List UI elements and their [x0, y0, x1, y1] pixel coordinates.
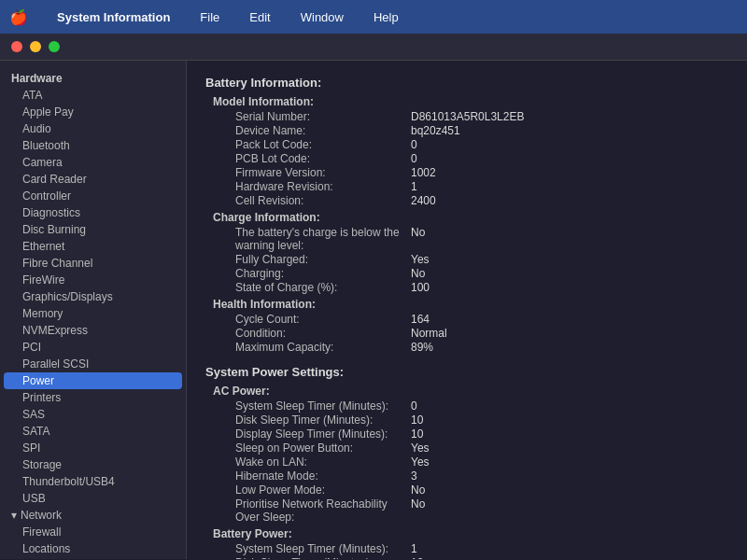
sidebar-item-ethernet[interactable]: Ethernet	[0, 238, 186, 255]
content-area: Battery Information: Model Information: …	[187, 61, 747, 559]
menubar: 🍎 System Information File Edit Window He…	[0, 0, 747, 34]
hibernate-mode-label: Hibernate Mode:	[205, 469, 411, 483]
wake-on-lan-row: Wake on LAN: Yes	[205, 455, 728, 469]
minimize-button[interactable]	[30, 41, 41, 52]
sidebar-item-disc-burning[interactable]: Disc Burning	[0, 221, 186, 238]
menubar-app-name[interactable]: System Information	[51, 8, 176, 26]
low-power-mode-label: Low Power Mode:	[205, 483, 411, 497]
cycle-count-value: 164	[411, 313, 430, 326]
display-sleep-value: 10	[411, 427, 423, 441]
battery-info-title: Battery Information:	[205, 76, 728, 90]
menubar-file[interactable]: File	[194, 8, 225, 26]
fully-charged-label: Fully Charged:	[205, 253, 411, 266]
window-chrome	[0, 34, 747, 61]
sidebar-item-storage[interactable]: Storage	[0, 456, 186, 473]
sleep-power-button-label: Sleep on Power Button:	[205, 441, 411, 455]
model-info-title: Model Information:	[205, 95, 728, 108]
sidebar-item-firewire[interactable]: FireWire	[0, 272, 186, 288]
system-sleep-row: System Sleep Timer (Minutes): 0	[205, 399, 728, 413]
sidebar-item-spi[interactable]: SPI	[0, 440, 186, 456]
sidebar-item-apple-pay[interactable]: Apple Pay	[0, 104, 186, 120]
hardware-revision-row: Hardware Revision: 1	[205, 180, 728, 193]
charging-label: Charging:	[205, 267, 411, 280]
sidebar-item-audio[interactable]: Audio	[0, 120, 186, 137]
display-sleep-label: Display Sleep Timer (Minutes):	[205, 427, 411, 441]
sidebar-item-fibre-channel[interactable]: Fibre Channel	[0, 255, 186, 272]
sidebar-item-nvmexpress[interactable]: NVMExpress	[0, 322, 186, 339]
menubar-window[interactable]: Window	[295, 8, 349, 26]
serial-number-row: Serial Number: D861013A5R0L3L2EB	[205, 110, 728, 123]
sidebar-item-camera[interactable]: Camera	[0, 154, 186, 171]
sidebar-item-usb[interactable]: USB	[0, 490, 186, 507]
wake-on-lan-value: Yes	[411, 455, 430, 469]
sidebar: Hardware ATA Apple Pay Audio Bluetooth C…	[0, 61, 187, 559]
disk-sleep-value: 10	[411, 413, 423, 427]
display-sleep-row: Display Sleep Timer (Minutes): 10	[205, 427, 728, 441]
sidebar-item-volumes[interactable]: Volumes	[0, 557, 186, 559]
sidebar-item-parallel-scsi[interactable]: Parallel SCSI	[0, 356, 186, 372]
sidebar-item-pci[interactable]: PCI	[0, 339, 186, 356]
sidebar-item-controller[interactable]: Controller	[0, 188, 186, 204]
sidebar-item-thunderbolt[interactable]: Thunderbolt/USB4	[0, 473, 186, 490]
firmware-version-row: Firmware Version: 1002	[205, 166, 728, 179]
low-power-mode-row: Low Power Mode: No	[205, 483, 728, 497]
low-power-mode-value: No	[411, 483, 425, 497]
menubar-help[interactable]: Help	[368, 8, 404, 26]
sleep-power-button-value: Yes	[411, 441, 430, 455]
serial-number-label: Serial Number:	[205, 110, 411, 123]
prioritise-network-value: No	[411, 497, 425, 524]
maximize-button[interactable]	[49, 41, 60, 52]
apple-menu-icon[interactable]: 🍎	[9, 8, 28, 26]
power-settings-title: System Power Settings:	[205, 365, 728, 379]
cycle-count-row: Cycle Count: 164	[205, 313, 728, 326]
sidebar-item-sas[interactable]: SAS	[0, 406, 186, 423]
sidebar-item-bluetooth[interactable]: Bluetooth	[0, 137, 186, 154]
sidebar-item-memory[interactable]: Memory	[0, 305, 186, 322]
system-sleep-label: System Sleep Timer (Minutes):	[205, 399, 411, 413]
network-section-label: Network	[21, 509, 62, 522]
charge-warning-row: The battery's charge is below the warnin…	[205, 226, 728, 252]
battery-system-sleep-label: System Sleep Timer (Minutes):	[205, 542, 411, 555]
battery-disk-sleep-value: 10	[411, 556, 423, 559]
cell-revision-value: 2400	[411, 194, 436, 207]
sleep-power-button-row: Sleep on Power Button: Yes	[205, 441, 728, 455]
battery-disk-sleep-label: Disk Sleep Timer (Minutes):	[205, 556, 411, 559]
battery-system-sleep-value: 1	[411, 542, 417, 555]
network-section-toggle[interactable]: ▾ Network	[0, 507, 186, 524]
sidebar-item-graphics-displays[interactable]: Graphics/Displays	[0, 288, 186, 305]
sidebar-item-power[interactable]: Power	[4, 372, 182, 389]
sidebar-item-printers[interactable]: Printers	[0, 389, 186, 406]
hardware-revision-value: 1	[411, 180, 417, 193]
sidebar-item-ata[interactable]: ATA	[0, 87, 186, 104]
pcb-lot-code-value: 0	[411, 152, 417, 165]
sidebar-item-card-reader[interactable]: Card Reader	[0, 171, 186, 188]
state-of-charge-value: 100	[411, 281, 430, 294]
serial-number-value: D861013A5R0L3L2EB	[411, 110, 524, 123]
sidebar-item-diagnostics[interactable]: Diagnostics	[0, 204, 186, 221]
pack-lot-code-value: 0	[411, 138, 417, 151]
fully-charged-row: Fully Charged: Yes	[205, 253, 728, 266]
sidebar-item-sata[interactable]: SATA	[0, 423, 186, 440]
close-button[interactable]	[11, 41, 22, 52]
charge-warning-value: No	[411, 226, 425, 252]
max-capacity-label: Maximum Capacity:	[205, 341, 411, 354]
health-info-title: Health Information:	[205, 298, 728, 311]
hibernate-mode-value: 3	[411, 469, 417, 483]
firmware-version-label: Firmware Version:	[205, 166, 411, 179]
sidebar-item-firewall[interactable]: Firewall	[0, 524, 186, 540]
firmware-version-value: 1002	[411, 166, 436, 179]
pcb-lot-code-label: PCB Lot Code:	[205, 152, 411, 165]
sidebar-item-locations[interactable]: Locations	[0, 540, 186, 557]
menubar-edit[interactable]: Edit	[244, 8, 275, 26]
fully-charged-value: Yes	[411, 253, 430, 266]
max-capacity-row: Maximum Capacity: 89%	[205, 341, 728, 354]
device-name-label: Device Name:	[205, 124, 411, 137]
state-of-charge-row: State of Charge (%): 100	[205, 281, 728, 294]
charge-info-title: Charge Information:	[205, 211, 728, 224]
system-sleep-value: 0	[411, 399, 417, 413]
state-of-charge-label: State of Charge (%):	[205, 281, 411, 294]
battery-system-sleep-row: System Sleep Timer (Minutes): 1	[205, 542, 728, 555]
hibernate-mode-row: Hibernate Mode: 3	[205, 469, 728, 483]
pack-lot-code-row: Pack Lot Code: 0	[205, 138, 728, 151]
battery-power-title: Battery Power:	[205, 527, 728, 540]
